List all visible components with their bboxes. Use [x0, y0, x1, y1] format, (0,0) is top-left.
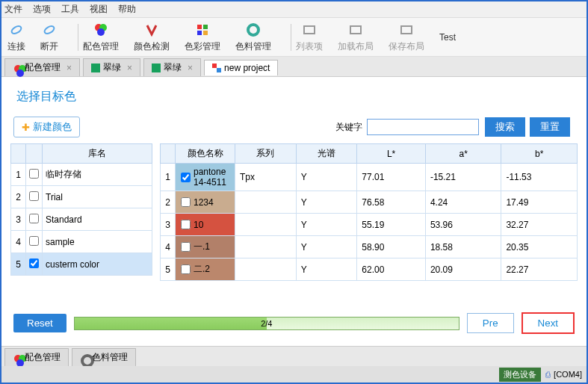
series [235, 214, 297, 236]
close-icon[interactable]: × [127, 63, 132, 73]
color-row[interactable]: 310Y55.1953.9632.27 [161, 214, 578, 236]
a-value: 4.24 [425, 191, 501, 214]
svg-rect-19 [217, 68, 221, 72]
device-badge[interactable]: 测色设备 [499, 368, 541, 382]
bottom-tabs: 配色管理色料管理 [1, 346, 587, 366]
next-button[interactable]: Next [522, 312, 575, 334]
tab-new project[interactable]: new project [204, 60, 278, 75]
b-value: -11.53 [501, 164, 578, 191]
row-index: 3 [161, 214, 176, 236]
menu-帮助[interactable]: 帮助 [118, 3, 136, 16]
svg-rect-11 [350, 26, 361, 34]
tool-色彩管理[interactable]: 色彩管理 [185, 21, 220, 53]
tool-配色管理[interactable]: 配色管理 [83, 21, 119, 53]
tool-label: 色彩管理 [185, 40, 220, 53]
pre-button[interactable]: Pre [467, 313, 514, 333]
color-checkbox[interactable] [181, 264, 191, 274]
svg-rect-7 [197, 31, 202, 35]
row-index: 4 [11, 231, 26, 253]
library-name: custerm color [43, 253, 152, 276]
tool-label: 保存布局 [389, 40, 424, 53]
palette-icon [92, 21, 110, 39]
spectrum: Y [296, 236, 357, 258]
tab-label: 配色管理 [25, 61, 61, 74]
library-name: Trial [43, 186, 152, 208]
tab-配色管理[interactable]: 配色管理 [4, 348, 69, 366]
reset-filter-button[interactable]: 重置 [530, 117, 570, 137]
ring-icon [80, 353, 89, 362]
library-row[interactable]: 5custerm color [11, 253, 152, 276]
menu-工具[interactable]: 工具 [61, 3, 79, 16]
col-header: 光谱 [296, 144, 357, 164]
tool-加载布局[interactable]: 加载布局 [338, 21, 374, 53]
tool-连接[interactable]: 连接 [7, 21, 25, 53]
library-checkbox[interactable] [29, 258, 39, 268]
library-checkbox[interactable] [29, 191, 39, 201]
library-checkbox[interactable] [29, 169, 39, 179]
col-header: b* [501, 144, 578, 164]
reset-button[interactable]: Reset [13, 314, 66, 332]
color-checkbox[interactable] [181, 173, 191, 182]
menu-视图[interactable]: 视图 [90, 3, 108, 16]
series: Tpx [235, 164, 297, 191]
library-row[interactable]: 4sample [11, 231, 152, 253]
tool-列表项[interactable]: 列表项 [296, 21, 323, 53]
unlink-icon [40, 21, 58, 39]
page-title: 选择目标色 [10, 89, 578, 105]
library-row[interactable]: 2Trial [11, 186, 152, 208]
library-name: sample [43, 231, 152, 253]
svg-point-9 [248, 25, 259, 35]
color-checkbox[interactable] [181, 242, 191, 252]
svg-rect-17 [152, 64, 161, 72]
tab-label: new project [224, 63, 270, 73]
color-row[interactable]: 4一.1Y58.9018.5820.35 [161, 236, 578, 258]
library-row[interactable]: 3Standard [11, 208, 152, 231]
color-checkbox[interactable] [181, 220, 191, 229]
tab-翠绿[interactable]: 翠绿× [83, 58, 140, 76]
tab-label: 色料管理 [92, 351, 128, 364]
tab-翠绿[interactable]: 翠绿× [143, 58, 201, 76]
library-name: Standard [43, 208, 152, 231]
menu-选项[interactable]: 选项 [33, 3, 51, 16]
progress-text: 2/4 [261, 319, 272, 328]
color-table: 颜色名称系列光谱L*a*b* 1pantone 14-4511TpxY77.01… [160, 143, 578, 281]
a-value: 18.58 [425, 236, 501, 258]
library-checkbox[interactable] [29, 214, 39, 223]
keyword-input[interactable] [367, 119, 479, 135]
tool-颜色检测[interactable]: 颜色检测 [134, 21, 170, 53]
tool-保存布局[interactable]: 保存布局 [389, 21, 424, 53]
row-index: 5 [11, 253, 26, 276]
usb-icon: ⎙ [545, 370, 551, 379]
new-color-button[interactable]: ✚ 新建颜色 [13, 117, 80, 137]
link-icon [7, 21, 25, 39]
close-icon[interactable]: × [188, 63, 193, 73]
a-value: 53.96 [425, 214, 501, 236]
col-header: L* [357, 144, 426, 164]
L-value: 58.90 [357, 236, 426, 258]
col-header: 系列 [235, 144, 297, 164]
L-value: 77.01 [357, 164, 426, 191]
series [235, 258, 297, 281]
color-row[interactable]: 21234Y76.584.2417.49 [161, 191, 578, 214]
save-icon [397, 21, 415, 39]
tool-Test[interactable]: Test [439, 32, 456, 43]
library-checkbox[interactable] [29, 236, 39, 246]
close-icon[interactable]: × [66, 63, 72, 73]
color-row[interactable]: 1pantone 14-4511TpxY77.01-15.21-11.53 [161, 164, 578, 191]
library-name: 临时存储 [43, 164, 152, 186]
library-row[interactable]: 1临时存储 [11, 164, 152, 186]
tool-色料管理[interactable]: 色料管理 [235, 21, 271, 53]
svg-point-15 [16, 69, 24, 77]
plus-icon: ✚ [22, 122, 30, 133]
svg-rect-12 [401, 26, 412, 34]
color-checkbox[interactable] [181, 197, 191, 207]
tool-断开[interactable]: 断开 [40, 21, 58, 53]
menu-文件[interactable]: 文件 [4, 3, 22, 16]
tool-label: 颜色检测 [134, 40, 170, 53]
row-index: 4 [161, 236, 176, 258]
tab-色料管理[interactable]: 色料管理 [72, 348, 136, 366]
tab-配色管理[interactable]: 配色管理× [4, 58, 80, 76]
search-button[interactable]: 搜索 [485, 117, 525, 137]
tab-label: 翠绿 [103, 61, 121, 74]
color-row[interactable]: 5二.2Y62.0020.0922.27 [161, 258, 578, 281]
